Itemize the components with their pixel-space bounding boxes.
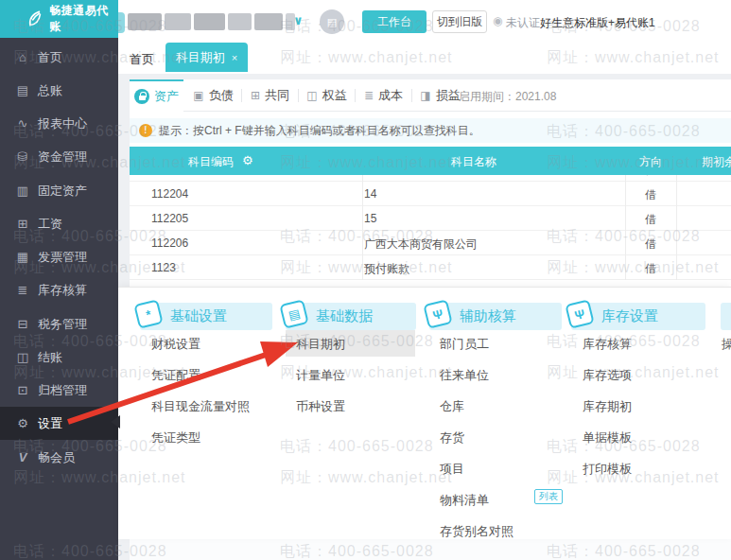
table-row[interactable]: 112204 14 借 <box>130 182 731 206</box>
sidebar-item-label: 报表中心 <box>38 115 87 132</box>
cert-badge-icon: ◉ <box>493 14 502 27</box>
common-grid-icon: ⊞ <box>251 89 260 102</box>
menu-item-print-template[interactable]: 打印模板 <box>583 461 632 478</box>
table-header: 科目编码 ⚙ 科目名称 方向 期初余额 <box>130 147 731 175</box>
menu-item-stock[interactable]: 存货 <box>440 429 464 446</box>
subject-table: 科目编码 ⚙ 科目名称 方向 期初余额 13 借 112204 14 借 <box>130 147 731 287</box>
col-header-name: 科目名称 <box>451 154 496 170</box>
sidebar-item-inventory[interactable]: ≣库存核算 <box>0 273 118 306</box>
cert-status-label: 未认证 <box>506 15 540 31</box>
money-bag-icon: ⛁ <box>15 149 30 164</box>
sidebar-item-funds[interactable]: ⛁资金管理 <box>0 140 118 173</box>
menu-item-inventory-options[interactable]: 库存选项 <box>583 367 632 384</box>
popup-arrow-pointer <box>111 415 120 429</box>
sidebar-collapse-handle[interactable] <box>118 12 125 33</box>
sidebar-item-reports[interactable]: ∿报表中心 <box>0 107 118 140</box>
notebook-icon[interactable]: ▤ <box>320 9 344 34</box>
sidebar-item-closing[interactable]: ◫结账 <box>0 341 118 374</box>
menu-item-voucher-config[interactable]: 凭证配置 <box>151 367 200 384</box>
tab-liabilities[interactable]: ▣负债 <box>186 79 240 112</box>
tab-bar: 首页 科目期初 × <box>118 42 731 74</box>
tab-label: 科目期初 <box>176 49 225 66</box>
menu-item-bom[interactable]: 物料清单 <box>440 492 489 509</box>
tab-assets[interactable]: 资产 <box>130 79 183 112</box>
column-divider <box>362 175 363 280</box>
data-card-icon: ▤ <box>279 299 309 329</box>
menu-item-inventory-opening[interactable]: 库存期初 <box>583 398 632 415</box>
subtab-label: 共同 <box>265 87 289 104</box>
info-icon: ! <box>139 124 152 137</box>
subtab-label: 损益 <box>436 87 461 104</box>
sidebar-item-ledger[interactable]: ▤总账 <box>0 74 118 107</box>
cost-layers-icon: ≣ <box>364 89 374 102</box>
gear-icon: ⚙ <box>15 416 30 430</box>
menu-item-currency[interactable]: 币种设置 <box>296 398 345 415</box>
menu-item-project[interactable]: 项目 <box>440 461 464 478</box>
sidebar-item-fixed-assets[interactable]: ▥固定资产 <box>0 174 118 207</box>
vip-member-icon: V <box>15 450 30 464</box>
sidebar-item-tax[interactable]: ⊟税务管理 <box>0 307 118 341</box>
wrench-icon: Ψ <box>423 299 453 329</box>
column-divider <box>625 175 626 280</box>
menu-item-doc-template[interactable]: 单据模板 <box>583 429 632 446</box>
cell-name: 15 <box>364 212 376 225</box>
closing-book-icon: ◫ <box>15 350 30 364</box>
table-row-partial: 13 借 <box>130 175 731 182</box>
top-bar: ∨ ▤ 工作台 切到旧版 ◉ 未认证 好生意标准版+易代账1 <box>118 0 731 42</box>
subtab-label: 资产 <box>154 88 179 105</box>
chevron-down-icon[interactable]: ∨ <box>293 13 304 27</box>
menu-item-inventory-accounting[interactable]: 库存核算 <box>583 336 632 353</box>
sidebar-item-label: 税务管理 <box>38 316 87 333</box>
sidebar-item-salary[interactable]: ⊞工资 <box>0 207 118 240</box>
workbench-button[interactable]: 工作台 <box>362 10 426 33</box>
menu-item-dept-staff[interactable]: 部门员工 <box>440 336 489 353</box>
leaf-logo-icon <box>25 9 44 29</box>
sidebar-item-member[interactable]: V畅会员 <box>0 441 118 474</box>
menu-item-clipped[interactable]: 操 <box>722 336 731 353</box>
menu-item-warehouse[interactable]: 仓库 <box>440 398 464 415</box>
divider <box>411 89 412 102</box>
list-badge[interactable]: 列表 <box>534 489 563 504</box>
tab-cost[interactable]: ≣成本 <box>357 79 410 112</box>
sidebar-item-archive[interactable]: ⊡归档管理 <box>0 374 118 407</box>
close-tab-icon[interactable]: × <box>232 52 237 63</box>
archive-box-icon: ⊡ <box>15 383 30 397</box>
menu-item-fiscal-settings[interactable]: 财税设置 <box>151 336 200 353</box>
table-row[interactable]: 112206 广西大本商贸有限公司 借 <box>130 231 731 255</box>
menu-item-partners[interactable]: 往来单位 <box>440 367 489 384</box>
menu-item-voucher-type[interactable]: 凭证类型 <box>151 429 200 446</box>
table-row[interactable]: 112205 15 借 <box>130 206 731 231</box>
ledger-icon: ▤ <box>15 83 30 97</box>
tab-home[interactable]: 首页 <box>130 51 154 68</box>
category-title: 基础设置 <box>170 307 227 325</box>
category-basic-settings: * 基础设置 <box>140 303 272 330</box>
tab-subject-opening[interactable]: 科目期初 × <box>165 43 248 72</box>
menu-item-stock-alias[interactable]: 存货别名对照 <box>440 523 513 540</box>
menu-item-measure-unit[interactable]: 计量单位 <box>296 367 345 384</box>
switch-old-version-button[interactable]: 切到旧版 <box>432 10 487 33</box>
gear-icon[interactable]: ⚙ <box>242 153 253 167</box>
sidebar-item-invoice[interactable]: ▦发票管理 <box>0 240 118 273</box>
wrench-icon: Ψ <box>565 299 595 329</box>
profit-chart-icon: ◨ <box>420 89 430 102</box>
app-logo: 畅捷通易代账 <box>0 0 118 38</box>
sidebar-item-home[interactable]: ⌂首页 <box>0 41 118 74</box>
subtab-label: 成本 <box>378 87 403 104</box>
report-chart-icon: ∿ <box>15 116 30 131</box>
subtab-label: 负债 <box>209 87 234 104</box>
tab-equity[interactable]: ◫权益 <box>300 79 354 112</box>
tab-common[interactable]: ⊞共同 <box>243 79 297 112</box>
censored-company-name[interactable] <box>128 13 295 30</box>
tip-bar: ! 提示：按Ctrl + F键并输入科目编码或者科目名称可以查找科目。 <box>130 118 731 143</box>
cell-code: 112204 <box>151 187 188 201</box>
warehouse-icon: ≣ <box>15 283 30 297</box>
menu-item-cashflow-mapping[interactable]: 科目现金流量对照 <box>151 398 250 415</box>
menu-item-subject-opening[interactable]: 科目期初 <box>296 336 345 353</box>
cell-name: 14 <box>364 187 376 201</box>
divider <box>355 89 356 102</box>
divider <box>298 89 299 102</box>
column-divider <box>676 175 677 280</box>
sidebar-item-label: 设置 <box>38 415 62 432</box>
table-row[interactable]: 1123 预付账款 借 <box>130 255 731 280</box>
sidebar-item-settings[interactable]: ⚙设置 <box>0 407 118 440</box>
